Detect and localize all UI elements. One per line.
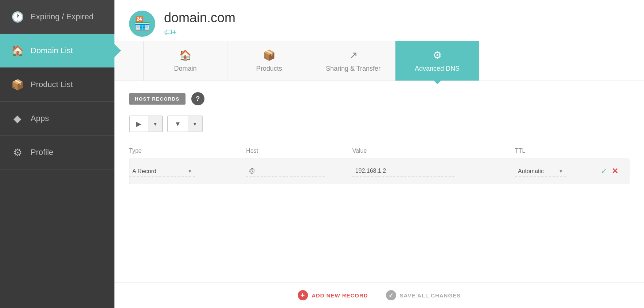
col-host: Host [240, 143, 346, 159]
sidebar-item-product-list-label: Product List [31, 80, 73, 89]
record-actions-cell: ✓ ✕ [595, 159, 629, 184]
clock-icon: 🕐 [11, 10, 24, 23]
button-separator [377, 290, 377, 301]
diamond-icon: ◆ [11, 112, 24, 125]
cancel-icon[interactable]: ✕ [612, 167, 618, 176]
main-content: 🏪 domain.com 🏷+ 🏠 Domain 📦 Products ↗ Sh… [114, 0, 644, 308]
record-value-input[interactable] [352, 166, 454, 176]
confirm-icon[interactable]: ✓ [601, 167, 607, 176]
record-ttl-select[interactable]: Automatic [515, 167, 566, 176]
tab-dns-icon: ⚙ [433, 49, 442, 61]
save-icon: ✓ [386, 290, 396, 300]
bottom-bar: + ADD NEW RECORD ✓ SAVE ALL CHANGES [114, 282, 644, 308]
sidebar-item-expiring[interactable]: 🕐 Expiring / Expired [0, 0, 114, 34]
dns-content: HOST RECORDS ? ▶ ▼ ▼ ▼ Type Host Value T… [114, 81, 644, 282]
help-button[interactable]: ? [191, 92, 204, 105]
play-button-group[interactable]: ▶ ▼ [129, 116, 163, 132]
play-dropdown-arrow[interactable]: ▼ [148, 116, 162, 132]
home-icon: 🏠 [11, 44, 24, 57]
sidebar-item-domain-list-label: Domain List [31, 46, 73, 55]
sidebar-item-domain-list[interactable]: 🏠 Domain List [0, 34, 114, 68]
filter-dropdown-arrow[interactable]: ▼ [188, 116, 202, 132]
sidebar-item-profile[interactable]: ⚙ Profile [0, 136, 114, 169]
tag-add-icon[interactable]: 🏷+ [164, 28, 235, 37]
tab-products[interactable]: 📦 Products [227, 41, 311, 81]
add-record-label: ADD NEW RECORD [312, 292, 368, 299]
tab-sharing-label: Sharing & Transfer [326, 65, 380, 73]
record-value-cell [347, 159, 509, 184]
play-button[interactable]: ▶ [130, 116, 148, 132]
sidebar-item-product-list[interactable]: 📦 Product List [0, 68, 114, 102]
box-icon: 📦 [11, 78, 24, 91]
domain-header: 🏪 domain.com 🏷+ [114, 0, 644, 41]
dns-records-table: Type Host Value TTL A Record [129, 143, 629, 184]
sidebar-item-profile-label: Profile [31, 148, 53, 157]
record-type-wrapper[interactable]: A Record [129, 167, 195, 176]
col-type: Type [129, 143, 240, 159]
record-host-input[interactable] [246, 166, 325, 176]
record-ttl-cell: Automatic [509, 159, 595, 184]
tab-domain[interactable]: 🏠 Domain [144, 41, 227, 81]
col-ttl: TTL [509, 143, 595, 159]
dns-table-body: A Record Automatic [129, 159, 629, 184]
record-type-select[interactable]: A Record [129, 167, 195, 176]
gear-icon: ⚙ [11, 146, 24, 159]
domain-name: domain.com [164, 10, 235, 26]
filter-button[interactable]: ▼ [168, 116, 188, 132]
add-icon: + [298, 290, 308, 300]
save-all-changes-button[interactable]: ✓ SAVE ALL CHANGES [386, 290, 461, 300]
tab-domain-label: Domain [174, 65, 196, 73]
table-row: A Record Automatic [129, 159, 629, 184]
sidebar-item-expiring-label: Expiring / Expired [31, 12, 93, 22]
host-records-badge: HOST RECORDS [129, 93, 186, 105]
table-header-row: Type Host Value TTL [129, 143, 629, 159]
tab-products-label: Products [256, 65, 282, 73]
sidebar: 🕐 Expiring / Expired 🏠 Domain List 📦 Pro… [0, 0, 114, 308]
dns-table-header: Type Host Value TTL [129, 143, 629, 159]
domain-logo: 🏪 [129, 11, 155, 37]
tab-products-icon: 📦 [263, 49, 276, 61]
row-actions: ✓ ✕ [601, 167, 623, 176]
tab-sharing[interactable]: ↗ Sharing & Transfer [311, 41, 395, 81]
tab-advanced-dns-label: Advanced DNS [415, 65, 460, 73]
col-value: Value [347, 143, 509, 159]
filter-button-group[interactable]: ▼ ▼ [167, 116, 203, 132]
tab-bar: 🏠 Domain 📦 Products ↗ Sharing & Transfer… [114, 41, 644, 81]
domain-title-area: domain.com 🏷+ [164, 10, 235, 37]
tab-domain-icon: 🏠 [179, 49, 192, 61]
store-icon: 🏪 [134, 16, 151, 31]
record-type-cell: A Record [129, 159, 240, 184]
save-changes-label: SAVE ALL CHANGES [400, 292, 461, 299]
section-header: HOST RECORDS ? [129, 92, 629, 105]
col-actions [595, 143, 629, 159]
sidebar-item-apps[interactable]: ◆ Apps [0, 102, 114, 136]
tab-advanced-dns[interactable]: ⚙ Advanced DNS [395, 41, 479, 81]
record-host-cell [240, 159, 346, 184]
tab-sharing-icon: ↗ [349, 49, 358, 61]
action-buttons: ▶ ▼ ▼ ▼ [129, 116, 629, 132]
add-new-record-button[interactable]: + ADD NEW RECORD [298, 290, 368, 300]
sidebar-item-apps-label: Apps [31, 114, 49, 123]
record-ttl-wrapper[interactable]: Automatic [515, 167, 566, 176]
